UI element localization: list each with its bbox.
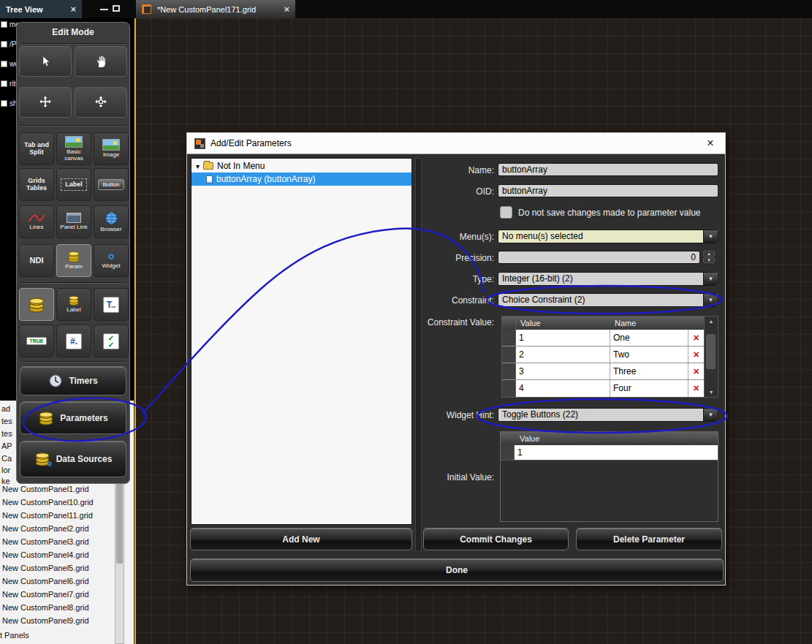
- tree-selected-row[interactable]: buttonArray (buttonArray): [191, 173, 411, 186]
- palette-item-image[interactable]: Image: [94, 132, 129, 165]
- select-tool-button[interactable]: [19, 46, 72, 77]
- palette-item-browser[interactable]: Browser: [94, 205, 129, 238]
- add-new-button[interactable]: Add New: [190, 528, 412, 550]
- chevron-down-icon[interactable]: ▼: [703, 273, 718, 285]
- chevron-down-icon[interactable]: ▼: [703, 409, 718, 421]
- palette-item-lines[interactable]: Lines: [19, 205, 54, 238]
- file-list-item[interactable]: New CustomPanel2.grid: [2, 524, 113, 533]
- tab-tree-view[interactable]: Tree View ×: [0, 0, 82, 18]
- commit-changes-button[interactable]: Commit Changes: [423, 528, 569, 550]
- palette-item-param-label[interactable]: Label: [56, 288, 91, 321]
- palette-item-boolean-param[interactable]: TRUE: [19, 325, 54, 357]
- spin-up-icon[interactable]: ▲: [703, 251, 715, 257]
- tree-expand-icon[interactable]: ▾: [196, 162, 200, 170]
- precision-input[interactable]: [498, 251, 700, 264]
- palette-item-button-widget[interactable]: Button: [94, 168, 129, 201]
- spin-down-icon[interactable]: ▼: [703, 257, 715, 263]
- dialog-close-icon[interactable]: ×: [703, 137, 718, 150]
- table-row[interactable]: 2 Two ×: [502, 346, 718, 363]
- pan-tool-button[interactable]: [75, 46, 127, 77]
- cell-value[interactable]: 1: [516, 330, 610, 346]
- menus-dropdown[interactable]: No menu(s) selected ▼: [498, 230, 718, 243]
- clipped-label: Ca: [1, 454, 12, 463]
- tab-tree-view-close-icon[interactable]: ×: [70, 4, 76, 15]
- row-selector[interactable]: [502, 380, 516, 397]
- no-save-checkbox[interactable]: [500, 206, 512, 219]
- name-input[interactable]: [498, 163, 718, 176]
- cell-name[interactable]: Two: [610, 346, 688, 363]
- palette-item-basic-canvas[interactable]: Basic canvas: [56, 132, 91, 165]
- palette-item-panel-link[interactable]: Panel Link: [56, 205, 91, 238]
- resize-tool-button[interactable]: [75, 87, 127, 118]
- move-tool-button[interactable]: [19, 87, 72, 118]
- file-list-item[interactable]: New CustomPanel9.grid: [2, 616, 113, 625]
- cell-name[interactable]: Three: [610, 363, 688, 379]
- table-row[interactable]: 3 Three ×: [502, 363, 718, 380]
- palette-item-param-large[interactable]: [19, 288, 54, 321]
- scroll-down-icon[interactable]: ▼: [705, 390, 718, 395]
- cell-value[interactable]: 3: [516, 363, 610, 379]
- tab-custom-panel-label: *New CustomPanel171.grid: [157, 5, 256, 14]
- delete-row-icon[interactable]: ×: [688, 363, 704, 379]
- file-list-item[interactable]: New CustomPanel8.grid: [2, 603, 113, 612]
- data-sources-button[interactable]: Data Sources: [20, 441, 126, 477]
- file-list-item[interactable]: New CustomPanel10.grid: [2, 498, 113, 507]
- palette-item-grids-tables[interactable]: Grids Tables: [19, 168, 54, 201]
- table-row[interactable]: 1 One ×: [502, 330, 718, 346]
- palette-item-tab-and-split[interactable]: Tab and Split: [19, 132, 54, 165]
- file-list-item[interactable]: New CustomPanel11.grid: [2, 511, 113, 520]
- dialog-titlebar[interactable]: Add/Edit Parameters ×: [187, 133, 725, 154]
- scrollbar-thumb[interactable]: [116, 483, 123, 564]
- file-list-item[interactable]: New CustomPanel5.grid: [2, 564, 113, 572]
- delete-row-icon[interactable]: ×: [688, 330, 704, 346]
- cell-value[interactable]: 2: [516, 346, 610, 363]
- tree-folder-row[interactable]: ▾ Not In Menu: [191, 159, 411, 173]
- palette-item-text-param[interactable]: T..: [94, 288, 129, 321]
- timers-button[interactable]: Timers: [20, 366, 126, 395]
- table-row[interactable]: 4 Four ×: [502, 380, 718, 397]
- delete-row-icon[interactable]: ×: [688, 346, 704, 363]
- row-selector[interactable]: [502, 330, 516, 346]
- precision-spinner[interactable]: ▲ ▼: [703, 251, 715, 263]
- restore-icon[interactable]: [113, 5, 120, 12]
- parameters-button[interactable]: Parameters: [20, 401, 126, 434]
- initial-value-table: Value 1: [500, 431, 718, 522]
- file-list-item[interactable]: New CustomPanel1.grid: [2, 485, 113, 493]
- chevron-down-icon[interactable]: ▼: [703, 294, 718, 306]
- scrollbar-thumb[interactable]: [706, 334, 716, 369]
- palette-item-widget[interactable]: Widget: [94, 244, 129, 277]
- palette-item-label-widget[interactable]: Label: [56, 168, 91, 201]
- delete-row-icon[interactable]: ×: [688, 380, 704, 397]
- file-list-item[interactable]: New CustomPanel3.grid: [2, 537, 113, 546]
- minimize-icon[interactable]: [100, 9, 108, 10]
- palette-item-checklist-param[interactable]: ✓✓: [94, 325, 129, 357]
- oid-input[interactable]: [498, 184, 718, 197]
- row-selector[interactable]: [502, 363, 516, 379]
- row-selector[interactable]: [501, 445, 515, 460]
- chevron-down-icon[interactable]: ▼: [703, 230, 718, 243]
- parameter-tree[interactable]: ▾ Not In Menu buttonArray (buttonArray): [191, 158, 412, 525]
- file-list-item[interactable]: New CustomPanel7.grid: [2, 590, 113, 599]
- row-selector[interactable]: [502, 346, 516, 363]
- cell-name[interactable]: One: [610, 330, 688, 346]
- file-list-item[interactable]: New CustomPanel6.grid: [2, 577, 113, 586]
- palette-item-number-param[interactable]: #.: [56, 325, 91, 357]
- constraint-dropdown[interactable]: Choice Constraint (2) ▼: [498, 293, 718, 307]
- cell-value[interactable]: 1: [515, 445, 718, 460]
- table-row[interactable]: 1: [501, 445, 718, 461]
- widget-hint-dropdown[interactable]: Toggle Buttons (22) ▼: [498, 408, 718, 422]
- scroll-up-icon[interactable]: ▲: [705, 319, 718, 324]
- pane-splitter[interactable]: [415, 158, 422, 551]
- palette-item-param[interactable]: Param: [56, 244, 91, 277]
- type-dropdown-value: Integer (16-bit) (2): [498, 273, 703, 285]
- table-scrollbar[interactable]: ▲ ▼: [704, 317, 718, 397]
- palette-item-ndi[interactable]: NDI: [19, 244, 54, 277]
- done-button[interactable]: Done: [190, 558, 724, 582]
- cell-name[interactable]: Four: [610, 380, 688, 397]
- type-dropdown[interactable]: Integer (16-bit) (2) ▼: [498, 272, 718, 286]
- tab-custom-panel-close-icon[interactable]: ×: [284, 4, 289, 15]
- cell-value[interactable]: 4: [516, 380, 610, 397]
- delete-parameter-button[interactable]: Delete Parameter: [576, 528, 722, 550]
- file-list-item[interactable]: New CustomPanel4.grid: [2, 550, 113, 559]
- tab-custom-panel[interactable]: *New CustomPanel171.grid ×: [136, 0, 295, 18]
